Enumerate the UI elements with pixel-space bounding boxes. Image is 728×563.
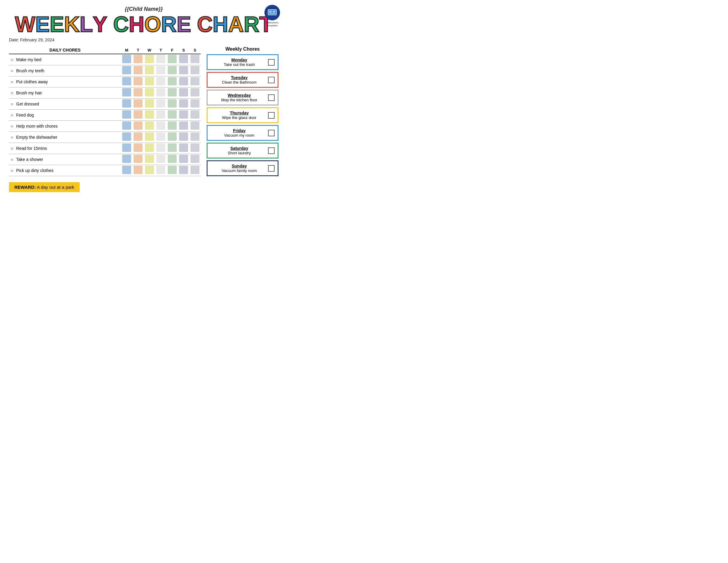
- table-row: ○Empty the dishwasher: [9, 132, 201, 143]
- day-cell[interactable]: [132, 76, 144, 87]
- day-cell[interactable]: [178, 87, 189, 99]
- day-cell[interactable]: [189, 132, 201, 143]
- day-cell[interactable]: [167, 54, 178, 65]
- day-cell[interactable]: [144, 54, 155, 65]
- day-cell[interactable]: [155, 65, 167, 76]
- day-cell[interactable]: [155, 54, 167, 65]
- day-cell[interactable]: [121, 110, 132, 121]
- day-cell[interactable]: [167, 154, 178, 165]
- day-cell[interactable]: [167, 87, 178, 99]
- day-cell[interactable]: [167, 165, 178, 176]
- day-cell[interactable]: [144, 110, 155, 121]
- day-cell[interactable]: [144, 154, 155, 165]
- day-cell[interactable]: [178, 143, 189, 154]
- child-name: {{Child Name}}: [9, 6, 279, 12]
- day-cell[interactable]: [155, 121, 167, 132]
- day-cell[interactable]: [144, 132, 155, 143]
- day-cell[interactable]: [121, 99, 132, 110]
- day-cell[interactable]: [178, 165, 189, 176]
- day-cell[interactable]: [132, 132, 144, 143]
- bullet-cell: ○: [9, 143, 15, 154]
- day-cell[interactable]: [144, 121, 155, 132]
- day-cell[interactable]: [155, 87, 167, 99]
- chore-table: DAILY CHORES M T W T F S S ○Make my bed○…: [9, 46, 201, 176]
- day-cell[interactable]: [155, 110, 167, 121]
- day-cell[interactable]: [132, 143, 144, 154]
- day-cell[interactable]: [167, 121, 178, 132]
- chore-name-cell: Empty the dishwasher: [15, 132, 121, 143]
- day-cell[interactable]: [178, 154, 189, 165]
- day-cell[interactable]: [144, 65, 155, 76]
- day-cell[interactable]: [178, 121, 189, 132]
- day-cell[interactable]: [155, 132, 167, 143]
- day-cell[interactable]: [189, 154, 201, 165]
- day-cell[interactable]: [132, 165, 144, 176]
- day-cell[interactable]: [144, 87, 155, 99]
- day-cell[interactable]: [178, 132, 189, 143]
- day-cell[interactable]: [144, 99, 155, 110]
- day-cell[interactable]: [189, 99, 201, 110]
- day-cell[interactable]: [167, 99, 178, 110]
- day-cell[interactable]: [189, 143, 201, 154]
- day-cell[interactable]: [167, 65, 178, 76]
- day-cell[interactable]: [167, 76, 178, 87]
- day-cell[interactable]: [121, 65, 132, 76]
- day-cell[interactable]: [132, 110, 144, 121]
- day-cell[interactable]: [121, 121, 132, 132]
- weekly-chore-checkbox[interactable]: [268, 94, 275, 101]
- day-cell[interactable]: [121, 76, 132, 87]
- table-row: ○Brush my hair: [9, 87, 201, 99]
- weekly-chore-checkbox[interactable]: [268, 112, 275, 119]
- day-cell[interactable]: [189, 65, 201, 76]
- day-cell[interactable]: [121, 143, 132, 154]
- day-cell[interactable]: [121, 54, 132, 65]
- day-cell[interactable]: [178, 54, 189, 65]
- weekly-chore-text: MondayTake out the trash: [211, 57, 268, 67]
- day-cell[interactable]: [155, 76, 167, 87]
- day-cell[interactable]: [178, 99, 189, 110]
- chore-column-header: DAILY CHORES: [9, 46, 121, 54]
- day-cell[interactable]: [189, 54, 201, 65]
- day-cell[interactable]: [167, 110, 178, 121]
- day-cell[interactable]: [178, 65, 189, 76]
- day-cell[interactable]: [121, 154, 132, 165]
- day-cell[interactable]: [189, 121, 201, 132]
- day-cell[interactable]: [144, 76, 155, 87]
- day-cell[interactable]: [178, 76, 189, 87]
- chore-name-cell: Pick up dirty clothes: [15, 165, 121, 176]
- day-cell[interactable]: [132, 99, 144, 110]
- day-cell[interactable]: [155, 143, 167, 154]
- weekly-chore-day: Tuesday: [211, 75, 268, 80]
- day-cell[interactable]: [121, 87, 132, 99]
- day-cell[interactable]: [155, 99, 167, 110]
- day-cell[interactable]: [132, 87, 144, 99]
- day-cell[interactable]: [189, 165, 201, 176]
- day-cell[interactable]: [178, 110, 189, 121]
- weekly-chore-task: Wipe the glass door: [211, 115, 268, 120]
- weekly-chore-checkbox[interactable]: [268, 165, 275, 172]
- day-cell[interactable]: [144, 165, 155, 176]
- day-cell[interactable]: [132, 121, 144, 132]
- day-cell[interactable]: [189, 76, 201, 87]
- weekly-chore-item: SaturdayShort laundry: [207, 143, 279, 158]
- day-cell[interactable]: [132, 54, 144, 65]
- day-cell[interactable]: [155, 165, 167, 176]
- chore-name-cell: Make my bed: [15, 54, 121, 65]
- day-cell[interactable]: [132, 154, 144, 165]
- chore-name-cell: Help mom with chores: [15, 121, 121, 132]
- day-cell[interactable]: [155, 154, 167, 165]
- day-cell[interactable]: [189, 110, 201, 121]
- day-cell[interactable]: [121, 132, 132, 143]
- day-header-s: S: [178, 46, 189, 54]
- day-cell[interactable]: [189, 87, 201, 99]
- day-cell[interactable]: [167, 132, 178, 143]
- weekly-chore-checkbox[interactable]: [268, 59, 275, 66]
- left-section: DAILY CHORES M T W T F S S ○Make my bed○…: [9, 46, 201, 192]
- day-cell[interactable]: [167, 143, 178, 154]
- day-cell[interactable]: [144, 143, 155, 154]
- weekly-chore-checkbox[interactable]: [268, 130, 275, 136]
- weekly-chore-checkbox[interactable]: [268, 77, 275, 83]
- day-cell[interactable]: [132, 65, 144, 76]
- weekly-chore-checkbox[interactable]: [268, 147, 275, 154]
- day-cell[interactable]: [121, 165, 132, 176]
